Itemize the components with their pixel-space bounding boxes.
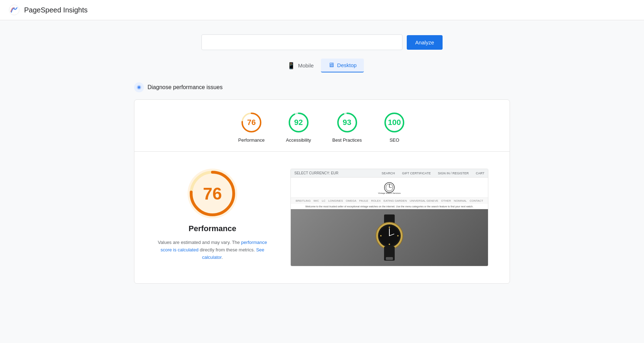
desc-end: . xyxy=(222,255,223,260)
score-circle: 100 xyxy=(383,111,406,134)
score-number: 76 xyxy=(247,118,256,127)
desc-part2: directly from these metrics. xyxy=(199,247,256,252)
browser-bar: SELECT CURRENCY: EUR SEARCH GIFT CERTIFI… xyxy=(291,169,488,178)
desktop-icon: 🖥 xyxy=(328,61,334,69)
watch-desc: Welcome to the most trusted seller of ex… xyxy=(291,204,488,209)
main-content: https://vintagewatchservices.eu/ Analyze… xyxy=(0,20,644,298)
score-label: Performance xyxy=(238,137,265,143)
diagnose-icon-wrap xyxy=(134,82,144,92)
url-input[interactable]: https://vintagewatchservices.eu/ xyxy=(201,34,402,50)
analyze-button[interactable]: Analyze xyxy=(407,35,443,50)
score-item-performance: 76 Performance xyxy=(238,111,265,143)
score-label: Best Practices xyxy=(332,137,362,143)
detail-description: Values are estimated and may vary. The p… xyxy=(156,239,269,261)
app-header: PageSpeed Insights xyxy=(0,0,644,20)
scores-row: 76 Performance 92 Accessibility 93 Best … xyxy=(134,100,510,152)
diagnose-row: Diagnose performance issues xyxy=(134,82,510,92)
large-score-circle: 76 xyxy=(188,169,237,218)
watch-nav: BREITLING IWC LC LONGINES OMEGA PAULE RO… xyxy=(291,198,488,204)
svg-point-27 xyxy=(397,235,399,236)
svg-point-25 xyxy=(389,244,390,245)
desktop-tab[interactable]: 🖥 Desktop xyxy=(321,59,364,72)
score-label: Accessibility xyxy=(286,137,311,143)
score-circle: 93 xyxy=(336,111,359,134)
results-card: 76 Performance 92 Accessibility 93 Best … xyxy=(134,99,510,284)
browser-bar-actions: SEARCH GIFT CERTIFICATE SIGN IN / REGIST… xyxy=(382,172,484,175)
desktop-label: Desktop xyxy=(337,62,357,68)
watch-illustration xyxy=(372,214,407,261)
detail-left: 76 Performance Values are estimated and … xyxy=(156,169,269,261)
large-score-number: 76 xyxy=(203,184,222,203)
screenshot-content: Vintage Watch Services BREITLING IWC LC … xyxy=(291,178,488,266)
search-row: https://vintagewatchservices.eu/ Analyze xyxy=(201,34,443,50)
score-circle: 76 xyxy=(240,111,263,134)
screenshot-preview: SELECT CURRENCY: EUR SEARCH GIFT CERTIFI… xyxy=(290,169,488,266)
score-item-accessibility: 92 Accessibility xyxy=(286,111,311,143)
desc-part1: Values are estimated and may vary. The xyxy=(158,240,241,245)
app-title: PageSpeed Insights xyxy=(24,6,88,14)
mobile-label: Mobile xyxy=(298,62,313,69)
score-label: SEO xyxy=(389,137,399,143)
mobile-tab[interactable]: 📱 Mobile xyxy=(280,59,321,72)
score-number: 92 xyxy=(294,118,302,127)
watch-image xyxy=(291,209,488,266)
svg-text:Vintage Watch Services: Vintage Watch Services xyxy=(378,192,400,194)
score-circle: 92 xyxy=(287,111,310,134)
browser-bar-text: SELECT CURRENCY: EUR xyxy=(294,171,338,175)
detail-section: 76 Performance Values are estimated and … xyxy=(134,152,510,283)
watch-site-header: Vintage Watch Services xyxy=(291,178,488,198)
svg-point-4 xyxy=(138,86,140,88)
svg-point-24 xyxy=(389,227,390,228)
device-toggle: 📱 Mobile 🖥 Desktop xyxy=(280,59,363,72)
svg-point-26 xyxy=(380,235,382,236)
detail-title: Performance xyxy=(189,224,237,233)
watch-site-logo: Vintage Watch Services xyxy=(375,180,404,195)
score-item-seo: 100 SEO xyxy=(383,111,406,143)
score-item-best-practices: 93 Best Practices xyxy=(332,111,362,143)
mobile-icon: 📱 xyxy=(287,62,295,70)
lightning-icon xyxy=(136,85,142,90)
score-number: 93 xyxy=(343,118,351,127)
diagnose-text: Diagnose performance issues xyxy=(148,84,223,91)
svg-point-0 xyxy=(9,5,20,15)
score-number: 100 xyxy=(388,118,401,127)
svg-rect-31 xyxy=(386,257,393,260)
svg-point-1 xyxy=(13,7,15,9)
pagespeed-logo-icon xyxy=(9,4,20,16)
